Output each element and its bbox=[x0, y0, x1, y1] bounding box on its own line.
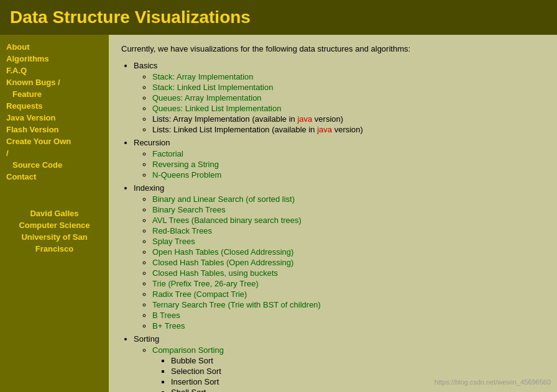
main-layout: About Algorithms F.A.Q Known Bugs / Feat… bbox=[0, 35, 557, 392]
list-item: Lists: Array Implementation (available i… bbox=[152, 114, 545, 124]
link-n-queens[interactable]: N-Queens Problem bbox=[152, 170, 221, 180]
link-bplus-trees[interactable]: B+ Trees bbox=[152, 321, 185, 330]
list-item: Stack: Array Implementation bbox=[152, 72, 545, 81]
list-item: Radix Tree (Compact Trie) bbox=[152, 289, 545, 299]
list-item: Lists: Linked List Implementation (avail… bbox=[152, 125, 545, 134]
sidebar-item-createown[interactable]: Create Your Own bbox=[0, 135, 109, 147]
list-item: AVL Trees (Balanced binary search trees) bbox=[152, 216, 545, 225]
link-lists-linked-java[interactable]: java bbox=[317, 125, 332, 134]
list-item: Splay Trees bbox=[152, 237, 545, 246]
category-indexing: Indexing bbox=[134, 183, 164, 193]
list-item: Bubble Sort bbox=[171, 356, 545, 365]
list-item: Ternary Search Tree (Trie with BST of ch… bbox=[152, 300, 545, 309]
list-item: Reversing a String bbox=[152, 160, 545, 169]
link-binary-linear-search[interactable]: Binary and Linear Search (of sorted list… bbox=[152, 194, 295, 204]
indexing-sublist: Binary and Linear Search (of sorted list… bbox=[134, 194, 545, 330]
list-item: Binary Search Trees bbox=[152, 205, 545, 214]
link-queues-linked[interactable]: Queues: Linked List Implementation bbox=[152, 104, 281, 113]
basics-sublist: Stack: Array Implementation Stack: Linke… bbox=[134, 72, 545, 134]
list-item-recursion: Recursion Factorial Reversing a String N… bbox=[134, 138, 545, 180]
sidebar-item-about[interactable]: About bbox=[0, 41, 109, 53]
list-item: Binary and Linear Search (of sorted list… bbox=[152, 194, 545, 204]
author-university: University of San bbox=[0, 231, 109, 243]
recursion-sublist: Factorial Reversing a String N-Queens Pr… bbox=[134, 149, 545, 180]
list-item: Red-Black Trees bbox=[152, 226, 545, 235]
sidebar-item-algorithms[interactable]: Algorithms bbox=[0, 53, 109, 65]
link-red-black-trees[interactable]: Red-Black Trees bbox=[152, 226, 212, 235]
link-closed-hash-open[interactable]: Closed Hash Tables (Open Addressing) bbox=[152, 258, 293, 267]
link-b-trees[interactable]: B Trees bbox=[152, 311, 180, 320]
list-item: Stack: Linked List Implementation bbox=[152, 83, 545, 92]
sidebar-item-faq[interactable]: F.A.Q bbox=[0, 65, 109, 76]
comparison-sorting-sublist: Bubble Sort Selection Sort Insertion Sor… bbox=[152, 356, 545, 392]
category-sorting: Sorting bbox=[134, 334, 159, 344]
list-item: Trie (Prefix Tree, 26-ary Tree) bbox=[152, 279, 545, 288]
category-basics: Basics bbox=[134, 61, 157, 70]
page-header: Data Structure Visualizations bbox=[0, 0, 557, 35]
list-item: Open Hash Tables (Closed Addressing) bbox=[152, 247, 545, 257]
sidebar-item-flash[interactable]: Flash Version bbox=[0, 124, 109, 135]
link-closed-hash-buckets[interactable]: Closed Hash Tables, using buckets bbox=[152, 268, 278, 278]
sidebar-item-sourcecode[interactable]: Source Code bbox=[0, 159, 109, 171]
link-lists-array-java[interactable]: java bbox=[297, 114, 312, 124]
sidebar-item-requests[interactable]: Requests bbox=[0, 100, 109, 112]
sidebar-item-java[interactable]: Java Version bbox=[0, 112, 109, 124]
link-queues-array[interactable]: Queues: Array Implementation bbox=[152, 93, 262, 103]
list-item: Closed Hash Tables, using buckets bbox=[152, 268, 545, 278]
category-recursion: Recursion bbox=[134, 138, 170, 147]
list-item-basics: Basics Stack: Array Implementation Stack… bbox=[134, 61, 545, 134]
sidebar-item-slash[interactable]: / bbox=[0, 147, 109, 159]
list-item: Selection Sort bbox=[171, 367, 545, 376]
list-item: B Trees bbox=[152, 311, 545, 320]
sidebar: About Algorithms F.A.Q Known Bugs / Feat… bbox=[0, 35, 109, 392]
list-item-indexing: Indexing Binary and Linear Search (of so… bbox=[134, 183, 545, 330]
page-title: Data Structure Visualizations bbox=[10, 7, 547, 27]
author-dept: Computer Science bbox=[0, 219, 109, 231]
sidebar-item-knownbugs[interactable]: Known Bugs / bbox=[0, 76, 109, 88]
list-item: Factorial bbox=[152, 149, 545, 158]
sidebar-item-contact[interactable]: Contact bbox=[0, 171, 109, 183]
author-name: David Galles bbox=[0, 207, 109, 219]
link-factorial[interactable]: Factorial bbox=[152, 149, 183, 158]
link-bst[interactable]: Binary Search Trees bbox=[152, 205, 226, 214]
list-item: Shell Sort bbox=[171, 388, 545, 392]
link-comparison-sorting[interactable]: Comparison Sorting bbox=[152, 345, 224, 355]
list-item: B+ Trees bbox=[152, 321, 545, 330]
content-area: Currently, we have visualizations for th… bbox=[109, 35, 557, 392]
link-ternary-search[interactable]: Ternary Search Tree (Trie with BST of ch… bbox=[152, 300, 321, 309]
link-reversing-string[interactable]: Reversing a String bbox=[152, 160, 219, 169]
link-stack-linked[interactable]: Stack: Linked List Implementation bbox=[152, 83, 273, 92]
list-item: Queues: Linked List Implementation bbox=[152, 104, 545, 113]
link-splay-trees[interactable]: Splay Trees bbox=[152, 237, 195, 246]
list-item: Closed Hash Tables (Open Addressing) bbox=[152, 258, 545, 267]
link-trie[interactable]: Trie (Prefix Tree, 26-ary Tree) bbox=[152, 279, 259, 288]
link-stack-array[interactable]: Stack: Array Implementation bbox=[152, 72, 254, 81]
author-city: Francisco bbox=[0, 243, 109, 255]
list-item: N-Queens Problem bbox=[152, 170, 545, 180]
main-topics-list: Basics Stack: Array Implementation Stack… bbox=[121, 61, 545, 392]
watermark: https://blog.csdn.net/weixin_45696560 bbox=[435, 378, 551, 386]
sidebar-item-feature[interactable]: Feature bbox=[0, 88, 109, 100]
link-radix-tree[interactable]: Radix Tree (Compact Trie) bbox=[152, 289, 247, 299]
list-item: Queues: Array Implementation bbox=[152, 93, 545, 103]
intro-text: Currently, we have visualizations for th… bbox=[121, 44, 545, 53]
link-open-hash[interactable]: Open Hash Tables (Closed Addressing) bbox=[152, 247, 293, 257]
link-avl-trees[interactable]: AVL Trees (Balanced binary search trees) bbox=[152, 216, 302, 225]
